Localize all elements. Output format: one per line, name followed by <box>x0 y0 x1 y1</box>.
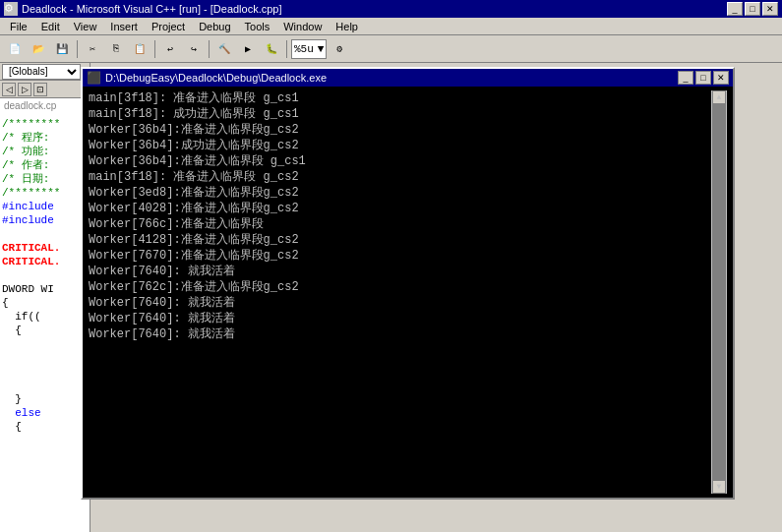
critical-line-2: CRITICAL. <box>2 255 88 268</box>
scrollbar-track[interactable] <box>712 104 726 480</box>
close-button[interactable]: ✕ <box>762 2 778 16</box>
sep4 <box>286 40 287 58</box>
console-close-button[interactable]: ✕ <box>713 71 729 85</box>
combo-value: %5u <box>294 43 314 55</box>
menu-project[interactable]: Project <box>146 20 191 33</box>
code-line: /* 功能: <box>2 145 88 158</box>
menu-bar: File Edit View Insert Project Debug Tool… <box>0 18 782 35</box>
code-line: { <box>2 420 88 434</box>
code-line: { <box>2 324 88 337</box>
undo-button[interactable]: ↩ <box>159 38 181 60</box>
code-line: /******** <box>2 186 88 200</box>
code-line <box>2 379 88 392</box>
critical-line-1: CRITICAL. <box>2 241 88 255</box>
console-line: Worker[7640]: 就我活着 <box>89 295 711 311</box>
code-line: /* 作者: <box>2 158 88 172</box>
console-line: Worker[4028]:准备进入临界段g_cs2 <box>89 201 711 216</box>
scrollbar-up-button[interactable]: ▲ <box>712 90 726 104</box>
menu-insert[interactable]: Insert <box>104 20 144 33</box>
globals-dropdown[interactable]: [Globals] <box>2 64 81 80</box>
menu-tools[interactable]: Tools <box>239 20 276 33</box>
editor-filename: deadlock.cp <box>0 98 90 113</box>
build-button[interactable]: 🔨 <box>213 38 235 60</box>
sep1 <box>77 40 78 58</box>
main-container: [Globals] ◁ ▷ ⊡ deadlock.cp /******** /*… <box>0 63 782 532</box>
console-line: Worker[36b4]:成功进入临界段g_cs2 <box>89 138 711 153</box>
code-line <box>2 268 88 282</box>
code-line: { <box>2 296 88 310</box>
console-window: ⬛ D:\DebugEasy\Deadlock\Debug\Deadlock.e… <box>81 67 735 500</box>
console-line: main[3f18]: 成功进入临界段 g_cs1 <box>89 106 711 122</box>
run-button[interactable]: ▶ <box>237 38 259 60</box>
editor-icon-1[interactable]: ◁ <box>2 83 16 96</box>
console-title-bar: ⬛ D:\DebugEasy\Deadlock\Debug\Deadlock.e… <box>83 69 733 87</box>
console-line: Worker[7670]:准备进入临界段g_cs2 <box>89 248 711 264</box>
editor-content: /******** /* 程序: /* 功能: /* 作者: /* 日期: /*… <box>0 113 90 438</box>
new-button[interactable]: 📄 <box>4 38 26 60</box>
code-line <box>2 227 88 241</box>
menu-file[interactable]: File <box>4 20 33 33</box>
code-line: /* 日期: <box>2 172 88 186</box>
console-minimize-button[interactable]: _ <box>678 71 693 85</box>
menu-view[interactable]: View <box>68 20 103 33</box>
console-output: main[3f18]: 准备进入临界段 g_cs1 main[3f18]: 成功… <box>89 90 711 494</box>
editor-file-tabs: ◁ ▷ ⊡ <box>0 81 90 98</box>
console-line: Worker[7640]: 就我活着 <box>89 311 711 326</box>
code-line: #include <box>2 200 88 213</box>
editor-toolbar: [Globals] <box>0 63 90 81</box>
console-line: Worker[766c]:准备进入临界段 <box>89 216 711 232</box>
open-button[interactable]: 📂 <box>28 38 49 60</box>
window-controls: _ □ ✕ <box>727 2 778 16</box>
console-scrollbar[interactable]: ▲ ▼ <box>711 90 727 494</box>
menu-window[interactable]: Window <box>277 20 328 33</box>
paste-button[interactable]: 📋 <box>129 38 150 60</box>
code-line: else <box>2 406 88 420</box>
code-line: if(( <box>2 310 88 324</box>
app-icon: ⚙ <box>4 2 18 16</box>
editor-icon-3[interactable]: ⊡ <box>33 83 47 96</box>
editor-panel: [Globals] ◁ ▷ ⊡ deadlock.cp /******** /*… <box>0 63 90 532</box>
code-line <box>2 351 88 365</box>
save-button[interactable]: 💾 <box>51 38 73 60</box>
code-line: } <box>2 392 88 406</box>
console-line: Worker[4128]:准备进入临界段g_cs2 <box>89 232 711 248</box>
console-line: main[3f18]: 准备进入临界段 g_cs1 <box>89 90 711 106</box>
combo-arrow-icon[interactable]: ▼ <box>318 43 325 55</box>
sep2 <box>154 40 155 58</box>
debug-button[interactable]: 🐛 <box>261 38 282 60</box>
maximize-button[interactable]: □ <box>745 2 760 16</box>
menu-help[interactable]: Help <box>330 20 364 33</box>
console-title-icon: ⬛ <box>87 71 101 85</box>
console-line: Worker[762c]:准备进入临界段g_cs2 <box>89 279 711 295</box>
console-title-text: D:\DebugEasy\Deadlock\Debug\Deadlock.exe <box>105 72 327 84</box>
toolbar: 📄 📂 💾 ✂ ⎘ 📋 ↩ ↪ 🔨 ▶ 🐛 %5u ▼ ⚙ <box>0 35 782 63</box>
console-line: Worker[36b4]:准备进入临界段g_cs2 <box>89 122 711 138</box>
minimize-button[interactable]: _ <box>727 2 743 16</box>
cut-button[interactable]: ✂ <box>82 38 103 60</box>
console-body: main[3f18]: 准备进入临界段 g_cs1 main[3f18]: 成功… <box>83 87 733 498</box>
console-line: Worker[36b4]:准备进入临界段 g_cs1 <box>89 153 711 169</box>
code-line: /* 程序: <box>2 131 88 145</box>
code-line <box>2 365 88 379</box>
format-combo[interactable]: %5u ▼ <box>291 39 327 59</box>
code-line: DWORD WI <box>2 282 88 296</box>
title-bar: ⚙ Deadlock - Microsoft Visual C++ [run] … <box>0 0 782 18</box>
window-title: Deadlock - Microsoft Visual C++ [run] - … <box>22 3 282 15</box>
console-line: main[3f18]: 准备进入临界段 g_cs2 <box>89 169 711 185</box>
menu-edit[interactable]: Edit <box>35 20 66 33</box>
console-line: Worker[3ed8]:准备进入临界段g_cs2 <box>89 185 711 201</box>
console-window-controls: _ □ ✕ <box>678 71 729 85</box>
console-line: Worker[7640]: 就我活着 <box>89 326 711 342</box>
code-line <box>2 337 88 351</box>
scrollbar-down-button[interactable]: ▼ <box>712 480 726 494</box>
redo-button[interactable]: ↪ <box>183 38 205 60</box>
console-line: Worker[7640]: 就我活着 <box>89 264 711 279</box>
code-line: #include <box>2 213 88 227</box>
extra-button[interactable]: ⚙ <box>329 38 350 60</box>
editor-icon-2[interactable]: ▷ <box>18 83 31 96</box>
sep3 <box>209 40 210 58</box>
copy-button[interactable]: ⎘ <box>105 38 127 60</box>
code-line: /******** <box>2 117 88 131</box>
menu-debug[interactable]: Debug <box>193 20 236 33</box>
console-maximize-button[interactable]: □ <box>695 71 711 85</box>
